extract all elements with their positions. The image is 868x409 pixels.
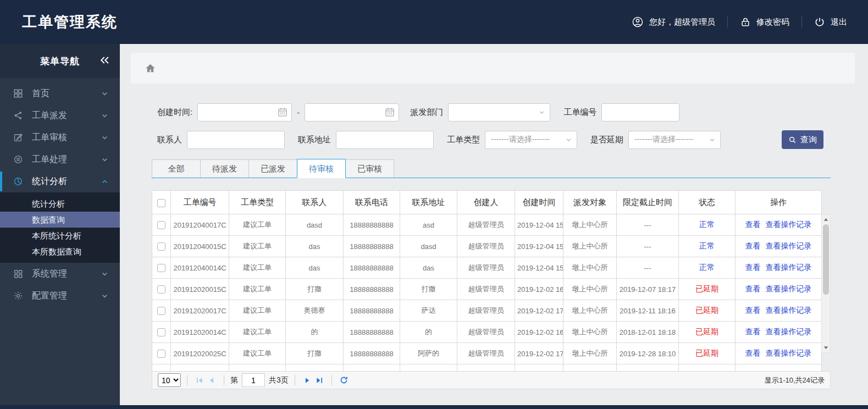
cell-phone: 18888888888 bbox=[344, 300, 400, 322]
calendar-icon[interactable] bbox=[277, 107, 288, 119]
view-log-link[interactable]: 查看操作记录 bbox=[766, 220, 812, 229]
sidebar-item-system[interactable]: 系统管理 bbox=[0, 263, 120, 285]
row-checkbox[interactable] bbox=[157, 328, 165, 336]
sidebar-item-dispatch[interactable]: 工单派发 bbox=[0, 104, 120, 126]
cell-dispatch-target: 墩上中心所 bbox=[563, 236, 617, 257]
tab-dispatched[interactable]: 已派发 bbox=[248, 159, 297, 178]
scroll-up-icon[interactable] bbox=[822, 215, 830, 224]
pager-divider bbox=[331, 375, 332, 385]
sidebar-item-config[interactable]: 配置管理 bbox=[0, 285, 120, 307]
chevron-down-icon bbox=[101, 292, 109, 300]
calendar-icon[interactable] bbox=[384, 107, 395, 119]
sidebar-subitem-data-query[interactable]: 数据查询 bbox=[0, 212, 120, 228]
order-no-input[interactable] bbox=[601, 103, 679, 121]
view-link[interactable]: 查看 bbox=[745, 306, 761, 314]
column-header: 操作 bbox=[736, 191, 822, 214]
cell-dispatch-target: 墩上中心所 bbox=[563, 257, 617, 279]
cell-empty bbox=[171, 364, 229, 372]
cell-dispatch-target: 墩上中心所 bbox=[563, 300, 617, 322]
change-password-button[interactable]: 修改密码 bbox=[740, 16, 789, 27]
cell-status: 已延期 bbox=[679, 279, 736, 300]
select-all-checkbox[interactable] bbox=[157, 199, 165, 207]
tab-reviewed[interactable]: 已审核 bbox=[345, 159, 394, 178]
refresh-button[interactable] bbox=[338, 374, 350, 386]
view-link[interactable]: 查看 bbox=[745, 263, 761, 272]
cell-checkbox bbox=[152, 236, 171, 257]
cell-order-id: 201912020017C bbox=[171, 300, 229, 322]
row-checkbox[interactable] bbox=[157, 264, 165, 272]
cell-created-time: 2019-12-02 17 bbox=[515, 300, 563, 322]
view-log-link[interactable]: 查看操作记录 bbox=[766, 349, 812, 357]
last-page-button[interactable] bbox=[313, 374, 325, 386]
view-log-link[interactable]: 查看操作记录 bbox=[766, 327, 812, 336]
search-icon bbox=[788, 136, 797, 144]
sidebar-subitem-branch-stats[interactable]: 本所统计分析 bbox=[0, 228, 120, 244]
scroll-down-icon[interactable] bbox=[822, 344, 830, 352]
cell-address: das bbox=[400, 257, 457, 279]
row-checkbox[interactable] bbox=[157, 221, 165, 229]
view-link[interactable]: 查看 bbox=[745, 284, 761, 293]
create-time-start-wrap bbox=[197, 103, 292, 121]
cell-order-id: 201912020014C bbox=[171, 322, 229, 343]
cell-order-type: 建议工单 bbox=[229, 214, 286, 236]
type-select[interactable]: -------请选择------- bbox=[485, 131, 577, 149]
table-zone: 工单编号工单类型联系人联系电话联系地址创建人创建时间派发对象限定截止时间状态操作… bbox=[152, 190, 831, 371]
tab-pending-review[interactable]: 待审核 bbox=[297, 159, 346, 178]
home-icon[interactable] bbox=[145, 63, 156, 74]
first-page-button[interactable] bbox=[193, 374, 206, 386]
sidebar: 菜单导航 首页工单派发工单审核工单处理统计分析统计分析数据查询本所统计分析本所数… bbox=[0, 44, 120, 405]
sidebar-item-review[interactable]: 工单审核 bbox=[0, 126, 120, 148]
cell-order-type: 建议工单 bbox=[229, 279, 286, 300]
row-checkbox[interactable] bbox=[157, 307, 165, 315]
sidebar-subitem-stats-analysis[interactable]: 统计分析 bbox=[0, 196, 120, 212]
chevron-down-icon bbox=[565, 136, 572, 143]
cell-empty bbox=[617, 364, 679, 372]
search-button[interactable]: 查询 bbox=[782, 130, 823, 149]
column-header: 创建人 bbox=[457, 191, 515, 214]
table-scrollbar[interactable] bbox=[821, 214, 831, 353]
view-log-link[interactable]: 查看操作记录 bbox=[766, 241, 812, 250]
sidebar-item-process[interactable]: 工单处理 bbox=[0, 148, 120, 170]
user-greeting[interactable]: 您好，超级管理员 bbox=[632, 16, 715, 28]
sidebar-collapse-button[interactable] bbox=[99, 55, 110, 65]
status-badge: 已延期 bbox=[695, 284, 718, 293]
view-link[interactable]: 查看 bbox=[745, 349, 761, 357]
row-checkbox[interactable] bbox=[157, 350, 165, 358]
tab-all[interactable]: 全部 bbox=[152, 159, 201, 178]
cell-creator: 超级管理员 bbox=[457, 257, 515, 279]
address-input[interactable] bbox=[336, 131, 434, 149]
row-checkbox[interactable] bbox=[157, 285, 165, 294]
row-checkbox[interactable] bbox=[157, 242, 165, 251]
records-summary: 显示1-10,共24记录 bbox=[765, 375, 825, 385]
view-log-link[interactable]: 查看操作记录 bbox=[766, 263, 812, 272]
pager-divider bbox=[224, 375, 224, 385]
cell-dispatch-target: 墩上中心所 bbox=[563, 343, 617, 364]
cell-created-time: 2019-12-02 16 bbox=[515, 322, 563, 343]
prev-page-button[interactable] bbox=[206, 374, 218, 386]
view-link[interactable]: 查看 bbox=[745, 327, 761, 336]
depart-select[interactable] bbox=[448, 103, 550, 121]
view-log-link[interactable]: 查看操作记录 bbox=[766, 306, 812, 314]
scrollbar-thumb[interactable] bbox=[823, 224, 829, 295]
cell-empty bbox=[736, 364, 822, 372]
view-link[interactable]: 查看 bbox=[745, 220, 761, 229]
sidebar-subitem-branch-query[interactable]: 本所数据查询 bbox=[0, 244, 120, 259]
page-number-input[interactable] bbox=[242, 373, 265, 387]
sidebar-item-stats[interactable]: 统计分析 bbox=[0, 170, 120, 192]
status-badge: 已延期 bbox=[695, 327, 718, 336]
tab-pending-dispatch[interactable]: 待派发 bbox=[200, 159, 249, 178]
view-link[interactable]: 查看 bbox=[745, 241, 761, 250]
cell-order-id: 201912040015C bbox=[171, 236, 229, 257]
main-content: 创建时间: - 派发部门 工单编号 联系人 联系地址 bbox=[120, 44, 868, 389]
contact-input[interactable] bbox=[187, 131, 285, 149]
table-row: 201912020025C建议工单打撒18888888888阿萨的超级管理员20… bbox=[152, 343, 822, 364]
logout-button[interactable]: 退出 bbox=[814, 16, 847, 27]
cell-actions: 查看查看操作记录 bbox=[736, 236, 822, 257]
view-log-link[interactable]: 查看操作记录 bbox=[766, 284, 812, 293]
search-button-label: 查询 bbox=[800, 135, 817, 145]
chevron-down-icon bbox=[538, 109, 545, 116]
delay-select[interactable]: -------请选择------- bbox=[628, 131, 721, 149]
page-size-select[interactable]: 10 bbox=[158, 373, 181, 387]
sidebar-item-home[interactable]: 首页 bbox=[0, 82, 120, 104]
next-page-button[interactable] bbox=[301, 374, 313, 386]
